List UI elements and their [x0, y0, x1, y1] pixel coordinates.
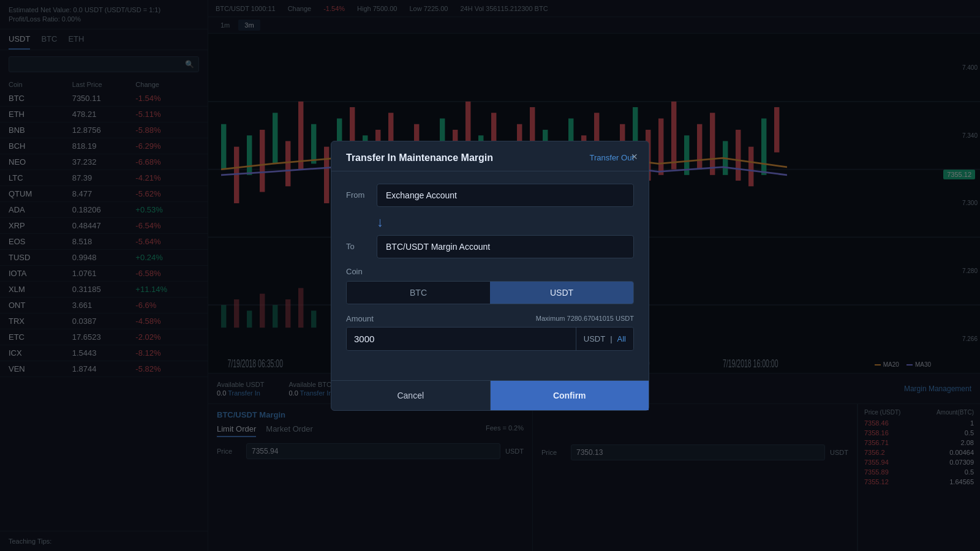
modal-footer: Cancel Confirm — [331, 380, 649, 410]
confirm-button[interactable]: Confirm — [491, 381, 649, 410]
from-label: From — [346, 190, 368, 200]
to-row: To BTC/USDT Margin Account — [346, 235, 634, 258]
modal-body: From Exchange Account ↓ To BTC/USDT Marg… — [331, 171, 649, 380]
transfer-out-link[interactable]: Transfer Out — [590, 153, 634, 162]
amount-label: Amount — [346, 314, 374, 323]
to-value: BTC/USDT Margin Account — [377, 235, 634, 258]
modal-overlay: Transfer In Maintenance Margin Transfer … — [0, 0, 980, 551]
coin-btc-btn[interactable]: BTC — [347, 282, 490, 304]
amount-all-btn[interactable]: All — [617, 334, 626, 343]
coin-toggle: BTC USDT — [346, 281, 634, 304]
amount-input-row: USDT | All — [346, 327, 634, 351]
amount-input[interactable] — [347, 328, 576, 350]
to-label: To — [346, 242, 368, 251]
cancel-button[interactable]: Cancel — [331, 381, 491, 410]
from-value: Exchange Account — [377, 184, 634, 207]
from-row: From Exchange Account — [346, 184, 634, 207]
amount-unit: USDT | All — [576, 328, 633, 350]
modal-header: Transfer In Maintenance Margin Transfer … — [331, 141, 649, 171]
amount-max-info: Maximum 7280.67041015 USDT — [536, 315, 634, 322]
coin-usdt-btn[interactable]: USDT — [490, 282, 633, 304]
transfer-direction-icon: ↓ — [377, 214, 383, 230]
amount-header: Amount Maximum 7280.67041015 USDT — [346, 314, 634, 323]
modal-title: Transfer In Maintenance Margin — [346, 152, 493, 163]
coin-label: Coin — [346, 267, 634, 276]
transfer-modal: Transfer In Maintenance Margin Transfer … — [331, 141, 649, 411]
close-icon[interactable]: × — [631, 151, 638, 162]
arrow-row: ↓ — [346, 214, 634, 235]
